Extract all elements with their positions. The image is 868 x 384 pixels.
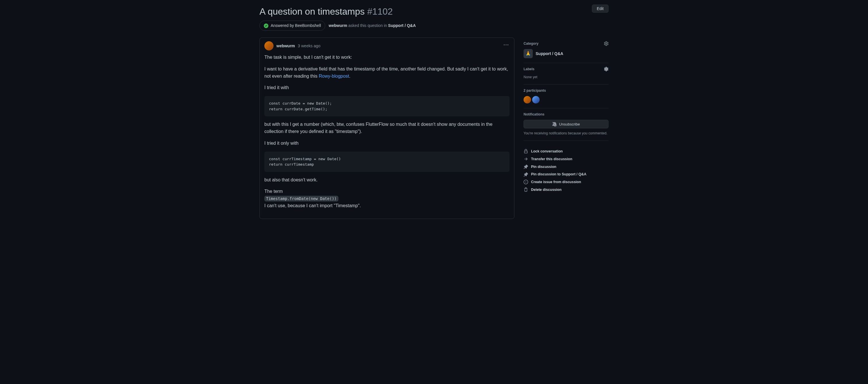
sidebar-heading: Category	[524, 41, 538, 46]
paragraph: The task is simple, but I can't get it t…	[265, 54, 509, 61]
arrow-right-icon	[524, 157, 528, 161]
sidebar-actions: Lock conversation Transfer this discussi…	[524, 144, 609, 198]
delete-discussion-action[interactable]: Delete discussion	[524, 186, 609, 194]
category-emoji-icon: 🙏	[524, 49, 533, 58]
gear-icon[interactable]	[604, 67, 609, 71]
trash-icon	[524, 187, 528, 192]
check-circle-icon	[264, 24, 268, 28]
pin-icon	[524, 172, 528, 177]
sidebar-heading: Labels	[524, 67, 534, 72]
gear-icon[interactable]	[604, 41, 609, 46]
notification-reason: You're receiving notifications because y…	[524, 131, 609, 136]
pin-icon	[524, 165, 528, 169]
lock-conversation-action[interactable]: Lock conversation	[524, 148, 609, 155]
discussion-number: #1102	[367, 6, 393, 16]
transfer-discussion-action[interactable]: Transfer this discussion	[524, 155, 609, 163]
paragraph: The term Timestamp.fromDate(new Date()) …	[265, 188, 509, 209]
paragraph: I tried it with	[265, 84, 509, 92]
create-issue-action[interactable]: Create issue from discussion	[524, 178, 609, 186]
labels-none: None yet	[524, 74, 609, 80]
answered-badge[interactable]: Answered by BeeBombshell	[259, 21, 325, 31]
byline: webwurm asked this question in Support /…	[329, 23, 415, 29]
comment-body: The task is simple, but I can't get it t…	[260, 54, 514, 219]
rowy-blogpost-link[interactable]: Rowy-blogpost	[319, 74, 349, 78]
unsubscribe-button[interactable]: Unsubscribe	[524, 120, 609, 128]
byline-category[interactable]: Support / Q&A	[388, 23, 415, 28]
comment-timestamp[interactable]: 3 weeks ago	[298, 43, 321, 49]
paragraph: but also that doesn't work.	[265, 177, 509, 184]
kebab-icon	[504, 43, 508, 47]
unsubscribe-label: Unsubscribe	[559, 122, 580, 127]
sidebar: Category 🙏 Support / Q&A Labels None yet…	[524, 38, 609, 219]
discussion-comment: webwurm 3 weeks ago The task is simple, …	[259, 38, 515, 219]
category-item[interactable]: 🙏 Support / Q&A	[524, 49, 609, 58]
code-block: const currDate = new Date(); return curr…	[265, 96, 509, 116]
participant-avatar[interactable]	[524, 96, 531, 103]
comment-author[interactable]: webwurm	[276, 43, 295, 49]
page-title: A question on timestamps #1102	[259, 5, 393, 18]
paragraph: I want to have a derivative field that h…	[265, 66, 509, 80]
paragraph: but with this I get a number (which, btw…	[265, 121, 509, 135]
pin-discussion-action[interactable]: Pin discussion	[524, 163, 609, 171]
issue-icon	[524, 180, 528, 184]
comment-actions-menu[interactable]	[503, 41, 509, 50]
sidebar-heading: 2 participants	[524, 88, 546, 93]
sidebar-labels: Labels None yet	[524, 63, 609, 84]
answered-by-text: Answered by BeeBombshell	[271, 23, 321, 29]
byline-author[interactable]: webwurm	[329, 23, 347, 28]
code-block: const currTimestamp = new Date() return …	[265, 151, 509, 172]
avatar[interactable]	[265, 41, 274, 50]
pin-to-category-action[interactable]: Pin discussion to Support / Q&A	[524, 171, 609, 178]
paragraph: I tried it only with	[265, 140, 509, 147]
inline-code: Timestamp.fromDate(new Date())	[265, 196, 338, 202]
category-name: Support / Q&A	[536, 51, 563, 57]
sidebar-heading: Notifications	[524, 112, 545, 117]
sidebar-category: Category 🙏 Support / Q&A	[524, 38, 609, 63]
bell-slash-icon	[552, 122, 557, 127]
discussion-title: A question on timestamps	[259, 6, 365, 16]
edit-button[interactable]: Edit	[592, 5, 609, 12]
sidebar-participants: 2 participants	[524, 84, 609, 108]
lock-icon	[524, 149, 528, 153]
participant-avatar[interactable]	[532, 96, 539, 103]
sidebar-notifications: Notifications Unsubscribe You're receivi…	[524, 108, 609, 141]
